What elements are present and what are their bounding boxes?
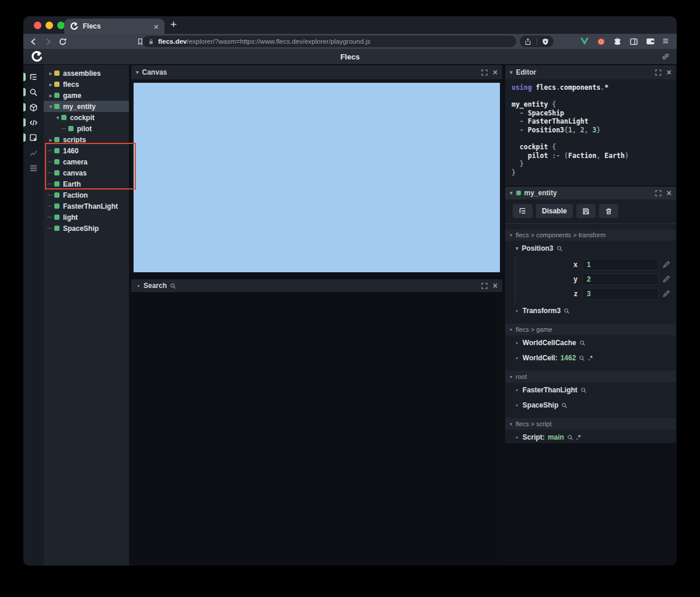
reload-icon[interactable] (58, 37, 67, 46)
tree-item-scripts[interactable]: ▸scripts (44, 134, 129, 145)
tree-item-my_entity[interactable]: ▾my_entity (44, 101, 129, 112)
code-token: Earth (604, 152, 625, 160)
tree-item-FasterThanLight[interactable]: FasterThanLight (44, 201, 129, 212)
field-input-z[interactable] (582, 288, 659, 300)
sidebar-stats-button[interactable] (23, 145, 44, 160)
pair-icon[interactable]: .* (588, 354, 592, 361)
search-panel-header[interactable]: Search × (131, 279, 502, 292)
fullscreen-icon[interactable] (655, 190, 662, 196)
browser-tab[interactable]: Flecs × (64, 19, 164, 34)
chevron-right-icon[interactable]: ▸ (47, 82, 54, 87)
tab-close-icon[interactable]: × (153, 22, 159, 31)
render-canvas[interactable] (134, 83, 500, 272)
flecs-logo-icon[interactable] (31, 51, 43, 62)
component-row-Position3[interactable]: ▾Position3 (505, 241, 676, 256)
new-tab-button[interactable]: + (170, 18, 177, 31)
entity-square-icon (54, 148, 60, 153)
magnifier-icon[interactable] (579, 355, 585, 361)
puzzle-icon[interactable] (613, 37, 622, 46)
sidebar-search-button[interactable] (23, 85, 44, 100)
chevron-down-icon[interactable]: ▾ (54, 115, 61, 121)
tree-item-SpaceShip[interactable]: SpaceShip (44, 223, 129, 234)
tree-item-game[interactable]: ▸game (44, 90, 129, 101)
back-icon[interactable] (29, 37, 38, 46)
component-row-FasterThanLight[interactable]: •FasterThanLight (505, 382, 676, 398)
menu-icon[interactable]: ≡ (663, 36, 668, 47)
component-row-SpaceShip[interactable]: •SpaceShip (505, 398, 676, 413)
chevron-down-icon[interactable]: ▾ (47, 104, 54, 110)
inspector-section-header[interactable]: ▾flecs > components > transform (505, 229, 676, 241)
sidebar-entities-button[interactable] (23, 100, 44, 115)
fullscreen-icon[interactable] (655, 69, 662, 76)
chevron-right-icon[interactable]: ▸ (47, 93, 54, 99)
component-row-Transform3[interactable]: •Transform3 (505, 303, 676, 318)
tree-item-canvas[interactable]: canvas (44, 167, 129, 178)
tree-item-assemblies[interactable]: ▸assemblies (44, 68, 129, 79)
inspector-section-header[interactable]: ▾flecs > game (505, 324, 676, 335)
close-icon[interactable]: × (493, 68, 498, 76)
field-input-y[interactable] (582, 273, 659, 285)
pencil-icon[interactable] (663, 261, 670, 268)
share-icon[interactable] (524, 38, 531, 45)
chevron-right-icon[interactable]: ▸ (47, 71, 54, 76)
sidebar-inspector-button[interactable] (23, 130, 44, 145)
magnifier-icon[interactable] (579, 340, 586, 346)
code-token: 1 (568, 126, 572, 134)
search-results-area (131, 292, 502, 566)
sidebar-toggle-icon[interactable] (629, 37, 638, 46)
minimize-window-button[interactable] (46, 22, 53, 29)
fullscreen-icon[interactable] (481, 283, 488, 289)
tree-item-1460[interactable]: 1460 (44, 145, 129, 156)
disable-button[interactable]: Disable (536, 204, 573, 218)
tree-item-pilot[interactable]: pilot (44, 123, 129, 134)
magnifier-icon[interactable] (556, 245, 563, 252)
url-path: /explorer/?wasm=https://www.flecs.dev/ex… (187, 38, 370, 45)
editor-panel-header[interactable]: ▾ Editor × (505, 65, 676, 79)
code-editor[interactable]: using flecs.components.* my_entity { - S… (505, 79, 676, 185)
chevron-right-icon[interactable]: ▸ (47, 137, 54, 143)
url-bar[interactable]: flecs.dev /explorer/?wasm=https://www.fl… (142, 36, 516, 47)
link-icon[interactable] (662, 52, 670, 61)
delete-button[interactable] (599, 204, 618, 218)
pair-icon[interactable]: .* (576, 434, 580, 441)
sidebar-tree-button[interactable] (23, 69, 44, 85)
save-button[interactable] (576, 204, 596, 218)
sidebar-code-button[interactable] (23, 115, 44, 130)
component-row-WorldCell[interactable]: •WorldCell:1462.* (505, 350, 676, 366)
close-window-button[interactable] (34, 22, 41, 29)
canvas-panel-header[interactable]: ▾ Canvas × (131, 65, 502, 79)
component-value: main (548, 433, 564, 441)
close-icon[interactable]: × (667, 189, 671, 197)
tree-item-cockpit[interactable]: ▾cockpit (44, 112, 129, 123)
sidebar-logs-button[interactable] (23, 160, 44, 175)
pencil-icon[interactable] (663, 290, 670, 297)
tree-item-Earth[interactable]: Earth (44, 178, 129, 189)
field-input-x[interactable] (582, 259, 659, 271)
inspector-section-header[interactable]: ▾root (505, 371, 676, 382)
component-row-Script[interactable]: •Script:main.* (505, 430, 676, 443)
forward-icon[interactable] (44, 37, 52, 46)
magnifier-icon[interactable] (580, 387, 587, 394)
tree-item-flecs[interactable]: ▸flecs (44, 79, 129, 90)
magnifier-icon[interactable] (561, 402, 568, 409)
code-line: - Position3{1, 2, 3} (512, 126, 670, 135)
component-row-WorldCellCache[interactable]: •WorldCellCache (505, 335, 676, 350)
close-icon[interactable]: × (493, 282, 498, 290)
fullscreen-icon[interactable] (481, 69, 488, 76)
red-extension-icon[interactable] (597, 37, 606, 46)
tree-item-camera[interactable]: camera (44, 156, 129, 167)
magnifier-icon[interactable] (564, 308, 570, 314)
code-line: using flecs.components.* (512, 83, 670, 92)
pencil-icon[interactable] (663, 275, 670, 283)
magnifier-icon[interactable] (567, 434, 573, 441)
close-icon[interactable]: × (667, 68, 671, 76)
tree-item-label: SpaceShip (63, 224, 99, 233)
wallet-icon[interactable] (646, 37, 655, 45)
tree-item-Faction[interactable]: Faction (44, 189, 129, 201)
tree-item-light[interactable]: light (44, 212, 129, 223)
vue-extension-icon[interactable] (580, 37, 589, 45)
shield-icon[interactable] (542, 38, 549, 45)
tree-view-button[interactable] (513, 204, 533, 218)
inspector-section-header[interactable]: ▾flecs > script (505, 418, 676, 430)
inspector-panel-header[interactable]: ▾ my_entity × (505, 187, 676, 199)
